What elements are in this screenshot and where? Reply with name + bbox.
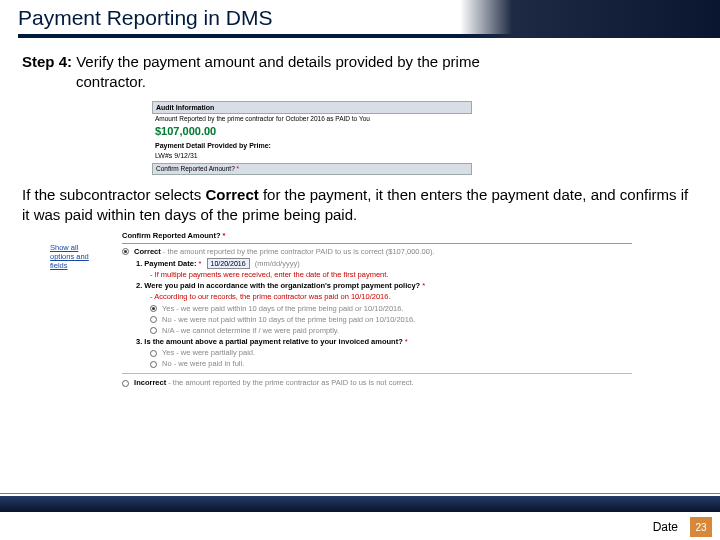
footer: Date 23 bbox=[0, 514, 720, 540]
q2-opt-yes[interactable]: Yes - we were paid within 10 days of the… bbox=[122, 304, 632, 314]
radio-icon bbox=[122, 248, 129, 255]
required-star: * bbox=[405, 337, 408, 346]
radio-icon bbox=[150, 350, 157, 357]
required-star: * bbox=[422, 281, 425, 290]
footer-date: Date bbox=[653, 520, 678, 534]
confirm-form-screenshot: Show all options and fields Confirm Repo… bbox=[122, 231, 632, 388]
q3-opt-no[interactable]: No - we were paid in full. bbox=[122, 359, 632, 369]
footer-band bbox=[0, 496, 720, 512]
incorrect-rest: - the amount reported by the prime contr… bbox=[166, 378, 413, 387]
para2-bold: Correct bbox=[205, 186, 258, 203]
page-title: Payment Reporting in DMS bbox=[0, 0, 720, 34]
para2-a: If the subcontractor selects bbox=[22, 186, 205, 203]
q2-opt-no[interactable]: No - we were not paid within 10 days of … bbox=[122, 315, 632, 325]
audit-confirm-row: Confirm Reported Amount? * bbox=[152, 163, 472, 175]
radio-icon bbox=[150, 327, 157, 334]
step-heading: Step 4: Verify the payment amount and de… bbox=[22, 52, 698, 93]
incorrect-label: Incorrect bbox=[134, 378, 166, 387]
footer-rule bbox=[0, 493, 720, 494]
show-all-link[interactable]: Show all options and fields bbox=[50, 243, 100, 270]
radio-icon bbox=[122, 380, 129, 387]
explanation-paragraph: If the subcontractor selects Correct for… bbox=[22, 185, 698, 226]
q2-opt-na[interactable]: N/A - we cannot determine if / we were p… bbox=[122, 326, 632, 336]
required-star: * bbox=[199, 259, 202, 268]
radio-icon bbox=[150, 305, 157, 312]
form-heading: Confirm Reported Amount? * bbox=[122, 231, 632, 243]
correct-label: Correct bbox=[134, 247, 161, 256]
q2-na-text: N/A - we cannot determine if / we were p… bbox=[162, 326, 339, 335]
q2-note: - According to our records, the prime co… bbox=[122, 292, 632, 302]
q1-row: 1. Payment Date: * 10/20/2016 (mm/dd/yyy… bbox=[122, 258, 632, 269]
payment-date-input[interactable]: 10/20/2016 bbox=[207, 258, 250, 269]
radio-icon bbox=[150, 361, 157, 368]
audit-amount: $107,000.00 bbox=[152, 124, 472, 140]
q3-no-text: No - we were paid in full. bbox=[162, 359, 244, 368]
option-correct[interactable]: Correct - the amount reported by the pri… bbox=[122, 247, 632, 257]
required-star: * bbox=[237, 165, 240, 172]
q1-hint: (mm/dd/yyyy) bbox=[255, 259, 300, 268]
q1-label: 1. Payment Date: bbox=[136, 259, 196, 268]
q2-label: 2. Were you paid in accordance with the … bbox=[136, 281, 420, 290]
slide-body: Step 4: Verify the payment amount and de… bbox=[0, 38, 720, 388]
step-text-1: Verify the payment amount and details pr… bbox=[72, 53, 480, 70]
q3-row: 3. Is the amount above a partial payment… bbox=[122, 337, 632, 347]
audit-confirm-label: Confirm Reported Amount? bbox=[156, 165, 235, 172]
option-incorrect[interactable]: Incorrect - the amount reported by the p… bbox=[122, 378, 632, 388]
audit-info-screenshot: Audit Information Amount Reported by the… bbox=[152, 101, 472, 175]
q2-yes-text: Yes - we were paid within 10 days of the… bbox=[162, 304, 404, 313]
form-divider bbox=[122, 373, 632, 374]
q3-yes-text: Yes - we were partially paid. bbox=[162, 348, 255, 357]
page-number: 23 bbox=[690, 517, 712, 537]
audit-reported-line: Amount Reported by the prime contractor … bbox=[152, 114, 472, 124]
q3-label: 3. Is the amount above a partial payment… bbox=[136, 337, 403, 346]
correct-rest: - the amount reported by the prime contr… bbox=[161, 247, 435, 256]
q2-row: 2. Were you paid in accordance with the … bbox=[122, 281, 632, 291]
audit-detail-label: Payment Detail Provided by Prime: bbox=[152, 140, 472, 151]
form-heading-text: Confirm Reported Amount? bbox=[122, 231, 220, 240]
q1-note: - If multiple payments were received, en… bbox=[122, 270, 632, 280]
audit-lw: LW#s 9/12/31 bbox=[152, 151, 472, 162]
step-text-2: contractor. bbox=[22, 72, 698, 92]
required-star: * bbox=[223, 231, 226, 240]
audit-heading: Audit Information bbox=[152, 101, 472, 114]
q2-no-text: No - we were not paid within 10 days of … bbox=[162, 315, 415, 324]
q3-opt-yes[interactable]: Yes - we were partially paid. bbox=[122, 348, 632, 358]
step-label: Step 4: bbox=[22, 53, 72, 70]
radio-icon bbox=[150, 316, 157, 323]
